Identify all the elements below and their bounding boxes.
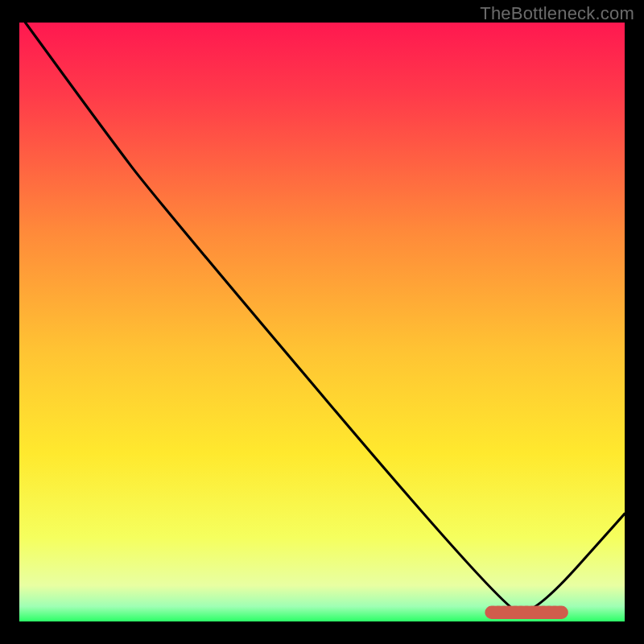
chart-svg <box>19 23 625 621</box>
heatmap-background <box>19 23 625 621</box>
chart-frame: TheBottleneck.com <box>0 0 644 644</box>
plot-area <box>19 23 625 621</box>
watermark-text: TheBottleneck.com <box>480 3 634 24</box>
